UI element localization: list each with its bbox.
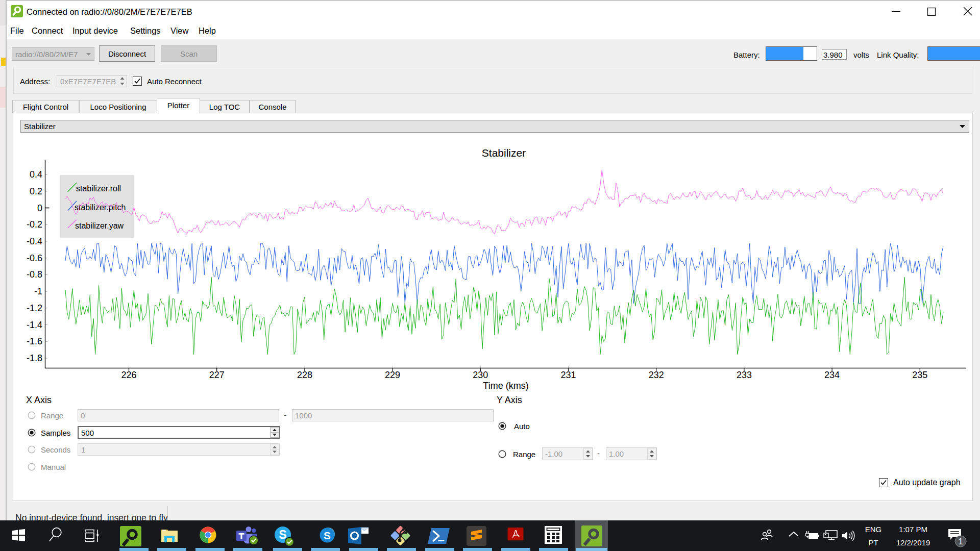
svg-text:227: 227 bbox=[209, 370, 225, 380]
svg-text:0: 0 bbox=[37, 203, 42, 213]
svg-text:-0.2: -0.2 bbox=[27, 219, 42, 230]
svg-text:-1.6: -1.6 bbox=[27, 336, 42, 346]
svg-text:230: 230 bbox=[473, 370, 488, 380]
svg-text:235: 235 bbox=[912, 370, 927, 380]
svg-text:228: 228 bbox=[297, 370, 312, 380]
svg-text:229: 229 bbox=[385, 370, 400, 380]
svg-text:-1.4: -1.4 bbox=[27, 320, 42, 330]
svg-text:-1: -1 bbox=[34, 286, 42, 296]
svg-text:232: 232 bbox=[649, 370, 664, 380]
svg-text:0.4: 0.4 bbox=[30, 169, 42, 180]
svg-text:S: S bbox=[324, 530, 331, 541]
svg-text:stabilizer.yaw: stabilizer.yaw bbox=[75, 221, 124, 230]
svg-text:-0.6: -0.6 bbox=[27, 253, 42, 263]
svg-text:-0.4: -0.4 bbox=[27, 236, 42, 246]
svg-text:-1.2: -1.2 bbox=[27, 303, 42, 313]
svg-text:Stabilizer: Stabilizer bbox=[482, 147, 526, 159]
svg-text:0.2: 0.2 bbox=[30, 186, 42, 196]
svg-text:-1.8: -1.8 bbox=[27, 353, 42, 363]
svg-text:Time (kms): Time (kms) bbox=[483, 381, 528, 391]
svg-text:226: 226 bbox=[121, 370, 136, 380]
svg-text:stabilizer.roll: stabilizer.roll bbox=[76, 184, 121, 193]
svg-text:234: 234 bbox=[824, 370, 840, 380]
svg-text:-0.8: -0.8 bbox=[27, 269, 42, 280]
svg-text:233: 233 bbox=[737, 370, 752, 380]
svg-text:231: 231 bbox=[560, 370, 576, 380]
svg-text:1: 1 bbox=[959, 537, 963, 546]
